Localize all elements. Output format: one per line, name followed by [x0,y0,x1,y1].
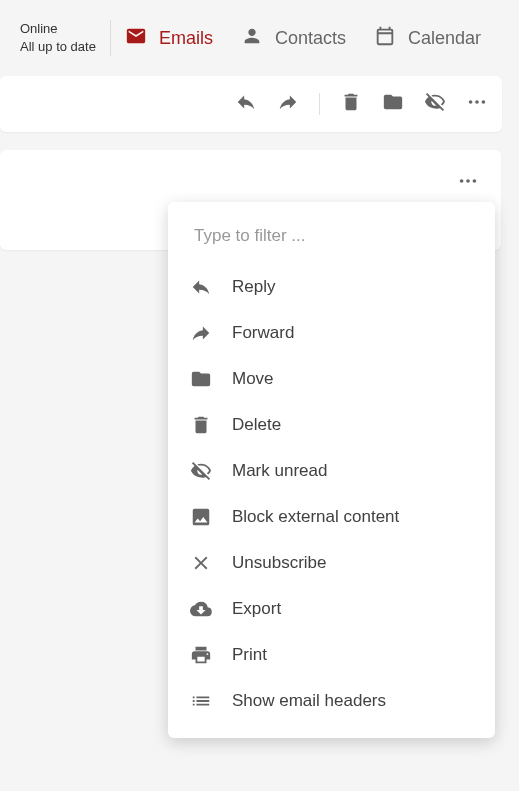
print-icon [190,644,212,666]
list-icon [190,690,212,712]
folder-icon[interactable] [382,91,404,117]
menu-mark-unread[interactable]: Mark unread [168,448,495,494]
tab-contacts-label: Contacts [275,28,346,49]
menu-delete-label: Delete [232,415,281,435]
menu-unsubscribe-label: Unsubscribe [232,553,327,573]
message-toolbar [0,76,502,132]
trash-icon [190,414,212,436]
menu-reply-label: Reply [232,277,275,297]
calendar-icon [374,25,396,52]
tab-calendar-label: Calendar [408,28,481,49]
menu-print-label: Print [232,645,267,665]
tab-emails-label: Emails [159,28,213,49]
svg-point-4 [466,179,470,183]
menu-print[interactable]: Print [168,632,495,678]
menu-show-headers-label: Show email headers [232,691,386,711]
menu-move-label: Move [232,369,274,389]
svg-point-0 [469,100,473,104]
svg-point-1 [475,100,479,104]
menu-delete[interactable]: Delete [168,402,495,448]
status-sync: All up to date [20,38,96,56]
top-header: Online All up to date Emails Contacts Ca… [0,0,519,76]
toolbar-divider [319,93,320,115]
mail-icon [125,25,147,52]
context-menu: Reply Forward Move Delete Mark unread Bl… [168,202,495,738]
reply-icon[interactable] [235,91,257,117]
folder-icon [190,368,212,390]
image-icon [190,506,212,528]
cloud-download-icon [190,598,212,620]
tab-emails[interactable]: Emails [125,25,213,52]
tab-contacts[interactable]: Contacts [241,25,346,52]
forward-icon [190,322,212,344]
menu-unsubscribe[interactable]: Unsubscribe [168,540,495,586]
menu-export-label: Export [232,599,281,619]
tab-calendar[interactable]: Calendar [374,25,481,52]
nav-tabs: Emails Contacts Calendar [125,25,481,52]
visibility-off-icon [190,460,212,482]
more-icon[interactable] [466,91,488,117]
menu-filter-input[interactable] [168,212,495,264]
menu-move[interactable]: Move [168,356,495,402]
svg-point-5 [473,179,477,183]
menu-mark-unread-label: Mark unread [232,461,327,481]
forward-icon[interactable] [277,91,299,117]
menu-reply[interactable]: Reply [168,264,495,310]
menu-forward[interactable]: Forward [168,310,495,356]
delete-icon[interactable] [340,91,362,117]
status-online: Online [20,20,96,38]
connection-status: Online All up to date [12,20,111,56]
reply-icon [190,276,212,298]
menu-show-headers[interactable]: Show email headers [168,678,495,724]
close-icon [190,552,212,574]
svg-point-3 [460,179,464,183]
menu-block-external[interactable]: Block external content [168,494,495,540]
svg-point-2 [482,100,486,104]
visibility-off-icon[interactable] [424,91,446,117]
menu-export[interactable]: Export [168,586,495,632]
menu-block-external-label: Block external content [232,507,399,527]
menu-forward-label: Forward [232,323,294,343]
person-icon [241,25,263,52]
